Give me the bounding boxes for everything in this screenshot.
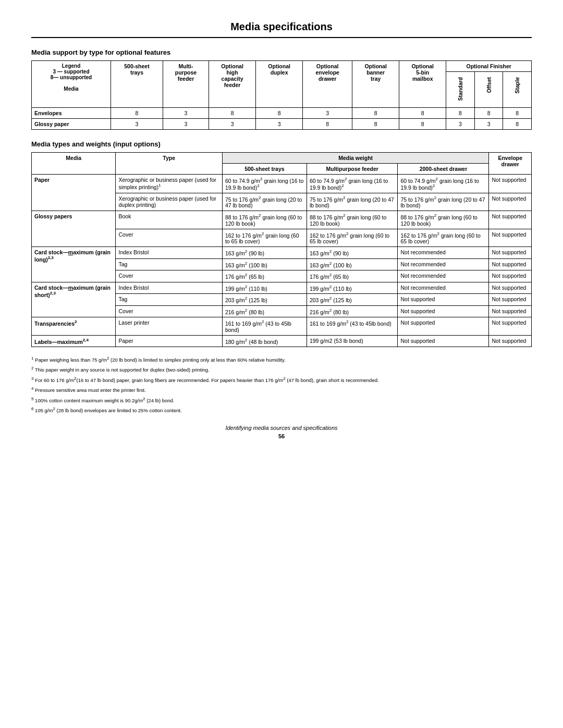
- table-row: Glossy paper 3 3 3 3 8 8 8 3 3 8: [32, 118, 532, 129]
- cell-cardshort-env2: Not supported: [489, 294, 532, 306]
- page-title: Media specifications: [31, 21, 532, 38]
- cell-envelopes-trays: 8: [111, 107, 163, 118]
- header-offset: Offset: [474, 72, 503, 108]
- cell-cardshort-trays3: 216 g/m2 (80 lb): [222, 305, 307, 317]
- footnote-6: 6 105 g/m2 (28 lb bond) envelopes are li…: [31, 406, 532, 414]
- cell-paper-type2: Xerographic or business paper (used for …: [116, 193, 222, 211]
- cell-glossy-banner: 8: [352, 118, 399, 129]
- cell-envelopes-5bin: 8: [399, 107, 446, 118]
- cell-cardshort-media: Card stock—maximum (grain short)2,3: [32, 282, 116, 317]
- legend-cell: Legend 3 — supported 8— unsupported Medi…: [32, 61, 111, 108]
- cell-paper-media: Paper: [32, 174, 116, 211]
- cell-cardshort-env3: Not supported: [489, 305, 532, 317]
- cell-glossy-type1: Book: [116, 211, 222, 229]
- cell-labels-trays: 180 g/m2 (48 lb bond): [222, 335, 307, 347]
- table-row: Glossy papers Book 88 to 176 g/m2 grain …: [32, 211, 532, 229]
- cell-glossy-trays1: 88 to 176 g/m2 grain long (60 to 120 lb …: [222, 211, 307, 229]
- t2-header-envelope-drawer: Envelope drawer: [489, 152, 532, 174]
- cell-paper-trays1: 60 to 74.9 g/m2 grain long (16 to 19.9 l…: [222, 174, 307, 193]
- cell-labels-env: Not supported: [489, 335, 532, 347]
- cell-paper-env2: Not supported: [489, 193, 532, 211]
- cell-cardshort-2000-1: Not recommended: [398, 282, 489, 294]
- cell-cardlong-2000-3: Not recommended: [398, 270, 489, 282]
- cell-envelopes-media: Envelopes: [32, 107, 111, 118]
- cell-envelopes-multi: 3: [163, 107, 209, 118]
- cell-cardlong-multi2: 163 g/m2 (100 lb): [307, 258, 398, 270]
- table-row: Labels—maximum2,4 Paper 180 g/m2 (48 lb …: [32, 335, 532, 347]
- header-5bin: Optional5-binmailbox: [399, 61, 446, 108]
- cell-paper-multi1: 60 to 74.9 g/m2 grain long (16 to 19.9 l…: [307, 174, 398, 193]
- cell-paper-2000-1: 60 to 74.9 g/m2 grain long (16 to 19.9 l…: [398, 174, 489, 193]
- footnote-1: 1 Paper weighing less than 75 g/m2 (20 l…: [31, 355, 532, 364]
- cell-glossy-staple: 8: [503, 118, 532, 129]
- cell-cardshort-2000-3: Not supported: [398, 305, 489, 317]
- footnote-3: 3 For 60 to 176 g/m2(16 to 47 lb bond) p…: [31, 376, 532, 384]
- cell-trans-trays: 161 to 169 g/m2 (43 to 45lb bond): [222, 317, 307, 336]
- cell-glossy-env: 8: [303, 118, 352, 129]
- cell-cardlong-trays1: 163 g/m2 (90 lb): [222, 247, 307, 259]
- footnote-4: 4 Pressure sensitive area must enter the…: [31, 386, 532, 394]
- cell-glossy-multi1: 88 to 176 g/m2 grain long (60 to 120 lb …: [307, 211, 398, 229]
- cell-envelopes-duplex: 8: [256, 107, 303, 118]
- cell-envelopes-highcap: 8: [209, 107, 256, 118]
- cell-glossy-2000-2: 162 to 176 g/m2 grain long (60 to 65 lb …: [398, 229, 489, 247]
- cell-cardshort-multi3: 216 g/m2 (80 lb): [307, 305, 398, 317]
- cell-glossy-media: Glossy papers: [32, 211, 116, 247]
- header-banner: Optionalbannertray: [352, 61, 399, 108]
- cell-glossy-multi2: 162 to 176 g/m2 grain long (60 to 65 lb …: [307, 229, 398, 247]
- cell-paper-2000-2: 75 to 176 g/m2 grain long (20 to 47 lb b…: [398, 193, 489, 211]
- cell-cardlong-env3: Not supported: [489, 270, 532, 282]
- page-number: 56: [31, 433, 532, 439]
- cell-trans-env: Not supported: [489, 317, 532, 336]
- cell-cardshort-multi1: 199 g/m2 (110 lb): [307, 282, 398, 294]
- cell-glossy-media: Glossy paper: [32, 118, 111, 129]
- cell-cardshort-type3: Cover: [116, 305, 222, 317]
- legend-label: Legend: [62, 63, 81, 69]
- cell-labels-2000: Not supported: [398, 335, 489, 347]
- cell-paper-trays2: 75 to 176 g/m2 grain long (20 to 47 lb b…: [222, 193, 307, 211]
- cell-glossy-offset: 3: [474, 118, 503, 129]
- header-standard: Standard: [446, 72, 475, 108]
- cell-paper-multi2: 75 to 176 g/m2 grain long (20 to 47 lb b…: [307, 193, 398, 211]
- cell-cardshort-2000-2: Not supported: [398, 294, 489, 306]
- cell-glossy-5bin: 8: [399, 118, 446, 129]
- cell-glossy-highcap: 3: [209, 118, 256, 129]
- cell-labels-type: Paper: [116, 335, 222, 347]
- cell-cardlong-trays3: 176 g/m2 (65 lb): [222, 270, 307, 282]
- cell-cardlong-trays2: 163 g/m2 (100 lb): [222, 258, 307, 270]
- t2-header-trays: 500-sheet trays: [222, 163, 307, 174]
- table-row: Transparencies2 Laser printer 161 to 169…: [32, 317, 532, 336]
- cell-glossy-trays: 3: [111, 118, 163, 129]
- cell-glossy-trays2: 162 to 176 g/m2 grain long (60 to 65 lb …: [222, 229, 307, 247]
- legend-supported: 3 — supported: [53, 69, 90, 75]
- cell-glossy-env1: Not supported: [489, 211, 532, 229]
- cell-glossy-type2: Cover: [116, 229, 222, 247]
- cell-glossy-env2: Not supported: [489, 229, 532, 247]
- header-finisher-group: Optional Finisher: [446, 61, 532, 72]
- header-envelope: Optionalenvelopedrawer: [303, 61, 352, 108]
- cell-envelopes-env: 3: [303, 107, 352, 118]
- legend-media: Media: [64, 86, 78, 92]
- table1: Legend 3 — supported 8— unsupported Medi…: [31, 60, 532, 130]
- cell-envelopes-std: 8: [446, 107, 475, 118]
- cell-glossy-std: 3: [446, 118, 475, 129]
- cell-envelopes-staple: 8: [503, 107, 532, 118]
- cell-envelopes-offset: 8: [474, 107, 503, 118]
- cell-cardshort-type1: Index Bristol: [116, 282, 222, 294]
- footnote-5: 5 100% cotton content maximum weight is …: [31, 396, 532, 404]
- cell-trans-type: Laser printer: [116, 317, 222, 336]
- footer-text: Identifying media sources and specificat…: [31, 425, 532, 431]
- cell-cardlong-media: Card stock—maximum (grain long)2,3: [32, 247, 116, 282]
- cell-cardshort-type2: Tag: [116, 294, 222, 306]
- table2: Media Type Media weight Envelope drawer …: [31, 152, 532, 348]
- header-duplex: Optionalduplex: [256, 61, 303, 108]
- cell-trans-multi: 161 to 169 g/m2 (43 to 45lb bond): [307, 317, 398, 336]
- cell-cardlong-type2: Tag: [116, 258, 222, 270]
- cell-glossy-duplex: 3: [256, 118, 303, 129]
- header-multipurpose: Multi-purposefeeder: [163, 61, 209, 108]
- cell-paper-env1: Not supported: [489, 174, 532, 193]
- cell-cardshort-trays2: 203 g/m2 (125 lb): [222, 294, 307, 306]
- cell-cardlong-env2: Not supported: [489, 258, 532, 270]
- table-row: Card stock—maximum (grain long)2,3 Index…: [32, 247, 532, 259]
- cell-cardlong-multi1: 163 g/m2 (90 lb): [307, 247, 398, 259]
